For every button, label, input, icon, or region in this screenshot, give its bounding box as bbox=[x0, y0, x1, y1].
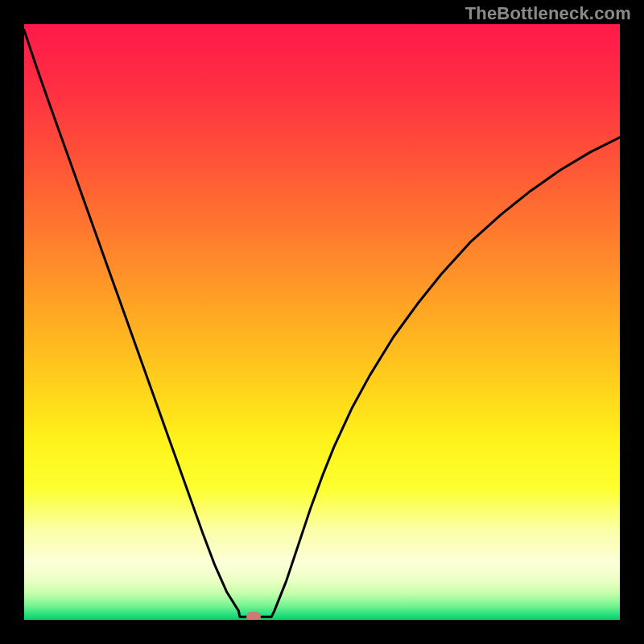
plot-area bbox=[24, 24, 620, 620]
minimum-marker bbox=[246, 612, 261, 620]
branding-label: TheBottleneck.com bbox=[465, 3, 631, 24]
bottleneck-curve bbox=[24, 24, 620, 620]
chart-frame: TheBottleneck.com bbox=[0, 0, 644, 644]
